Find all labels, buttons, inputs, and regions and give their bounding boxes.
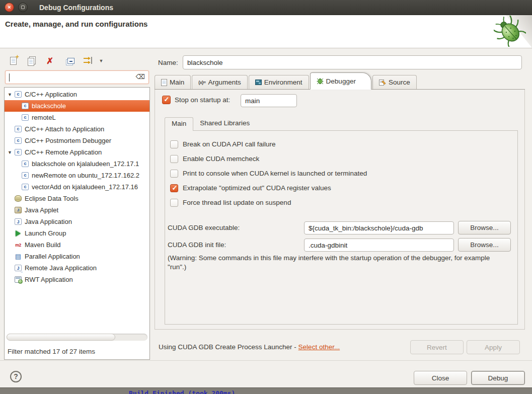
tree-item[interactable]: C/C++ Postmortem Debugger <box>5 135 149 146</box>
gdb-executable-input[interactable] <box>304 221 454 234</box>
gdb-executable-label: CUDA GDB executable: <box>168 224 240 231</box>
c-app-icon <box>22 161 29 167</box>
window-close-button[interactable]: × <box>5 3 14 12</box>
c-app-icon <box>15 137 22 144</box>
stop-on-startup-checkbox[interactable] <box>162 96 171 104</box>
launcher-text: Using CUDA GDB Create Process Launcher - <box>159 343 298 351</box>
filter-status: Filter matched 17 of 27 items <box>8 348 95 355</box>
duplicate-configuration-icon[interactable] <box>27 56 37 66</box>
launch-group-icon <box>15 230 22 237</box>
source-icon <box>379 79 386 86</box>
stop-on-startup-input[interactable] <box>241 94 297 107</box>
delete-configuration-icon[interactable]: ✗ <box>45 56 55 66</box>
tree-box: ▼ C/C++ Application blackschole remoteL … <box>4 87 150 360</box>
document-icon <box>161 79 167 86</box>
horizontal-scrollbar[interactable] <box>7 334 147 341</box>
configurations-tree: ▼ C/C++ Application blackschole remoteL … <box>5 89 149 285</box>
option-checkbox[interactable] <box>170 184 178 192</box>
window-restore-button[interactable] <box>18 3 28 12</box>
clear-filter-icon[interactable]: ⌫ <box>135 73 145 81</box>
new-configuration-icon[interactable] <box>8 56 18 66</box>
tree-item[interactable]: Java Application <box>5 216 149 227</box>
c-app-icon <box>15 126 22 132</box>
window-title: Debug Configurations <box>39 4 113 12</box>
remote-java-icon <box>15 265 22 271</box>
tree-item[interactable]: ▼ C/C++ Application <box>5 89 149 100</box>
gdb-init-file-label: CUDA GDB init file: <box>168 241 226 249</box>
tree-item[interactable]: RWT Application <box>5 274 149 285</box>
tab-source[interactable]: Source <box>372 75 417 89</box>
tree-item[interactable]: ▼ C/C++ Remote Application <box>5 146 149 158</box>
database-icon <box>15 195 22 202</box>
c-app-icon <box>22 114 29 121</box>
c-app-icon <box>22 172 29 179</box>
debug-configurations-dialog: × Debug Configurations Create, manage, a… <box>0 0 532 394</box>
debugger-option-row: Print to console when CUDA kernel is lau… <box>170 166 367 181</box>
collapse-all-icon[interactable] <box>66 56 76 66</box>
debugger-option-row: Force thread list update on suspend <box>170 195 367 210</box>
option-checkbox[interactable] <box>170 140 178 148</box>
option-checkbox[interactable] <box>170 170 178 178</box>
help-button[interactable]: ? <box>10 371 22 382</box>
debugger-option-row: Break on CUDA API call failure <box>170 137 367 151</box>
tab-arguments[interactable]: (x)= Arguments <box>192 75 248 89</box>
expand-arrow-icon[interactable]: ▼ <box>8 150 15 155</box>
debugger-option-row: Extrapolate "optimized out" CUDA registe… <box>170 181 367 195</box>
expand-arrow-icon[interactable]: ▼ <box>8 92 15 97</box>
toolbar-dropdown-arrow-icon[interactable]: ▼ <box>96 56 106 66</box>
name-input[interactable] <box>183 55 522 69</box>
option-checkbox[interactable] <box>170 155 178 163</box>
debug-button[interactable]: Debug <box>471 371 525 385</box>
subtab-shared-libraries[interactable]: Shared Libraries <box>193 117 256 131</box>
tree-item[interactable]: remoteL <box>5 112 149 123</box>
gdb-executable-browse-button[interactable]: Browse... <box>458 221 511 234</box>
subtab-main[interactable]: Main <box>165 117 193 131</box>
java-applet-icon <box>15 207 22 213</box>
scrollbar-thumb[interactable] <box>7 334 115 341</box>
bug-icon <box>317 77 324 85</box>
java-app-icon <box>15 218 22 225</box>
debugger-subtabs: Main Shared Libraries <box>165 117 256 131</box>
revert-button[interactable]: Revert <box>410 340 464 354</box>
name-label: Name: <box>158 59 178 66</box>
c-app-icon <box>22 184 29 190</box>
configurations-panel: ✗ ▼ ⌫ ▼ C/C++ Application blackschole re… <box>4 52 150 360</box>
tree-item[interactable]: Eclipse Data Tools <box>5 193 149 204</box>
tree-item[interactable]: C/C++ Attach to Application <box>5 123 149 135</box>
tree-item[interactable]: Launch Group <box>5 227 149 239</box>
tree-item[interactable]: blackschole on kjalaludeen_172.17.1 <box>5 158 149 170</box>
tab-main[interactable]: Main <box>155 75 191 89</box>
tab-environment[interactable]: Environment <box>249 75 309 89</box>
rwt-app-icon <box>15 276 22 283</box>
tree-item[interactable]: Java Applet <box>5 204 149 216</box>
banner-title: Create, manage, and run configurations <box>5 20 147 28</box>
close-button[interactable]: Close <box>414 371 467 385</box>
option-checkbox[interactable] <box>170 199 178 207</box>
tree-item[interactable]: Maven Build <box>5 239 149 251</box>
title-bar: × Debug Configurations <box>0 0 532 15</box>
launcher-status: Using CUDA GDB Create Process Launcher -… <box>159 343 340 351</box>
select-other-link[interactable]: Select other... <box>298 343 340 351</box>
stop-on-startup-label: Stop on startup at: <box>175 96 230 104</box>
tab-debugger[interactable]: Debugger <box>310 72 371 90</box>
maven-icon <box>15 242 22 248</box>
tree-item[interactable]: blackschole <box>5 100 149 112</box>
gdb-init-file-input[interactable] <box>304 239 454 252</box>
tree-item[interactable]: newRemote on ubuntu_172.17.162.2 <box>5 170 149 181</box>
tree-item[interactable]: vectorAdd on kjalaludeen_172.17.16 <box>5 181 149 193</box>
header-banner: Create, manage, and run configurations <box>0 15 532 48</box>
tree-item[interactable]: Remote Java Application <box>5 262 149 274</box>
apply-button[interactable]: Apply <box>467 340 520 354</box>
parallel-app-icon <box>15 253 22 260</box>
tree-item[interactable]: Parallel Application <box>5 251 149 262</box>
filter-input[interactable]: ⌫ <box>5 70 149 84</box>
c-app-icon <box>15 91 22 98</box>
gdbinit-warning-text: (Warning: Some commands in this file may… <box>168 254 504 272</box>
filter-configurations-icon[interactable] <box>83 56 93 66</box>
debugger-option-row: Enable CUDA memcheck <box>170 151 367 166</box>
gdb-init-file-browse-button[interactable]: Browse... <box>458 238 511 252</box>
c-app-icon <box>15 149 22 155</box>
configurations-toolbar: ✗ ▼ <box>4 52 150 70</box>
c-app-icon <box>22 103 29 109</box>
arguments-icon: (x)= <box>198 80 205 85</box>
